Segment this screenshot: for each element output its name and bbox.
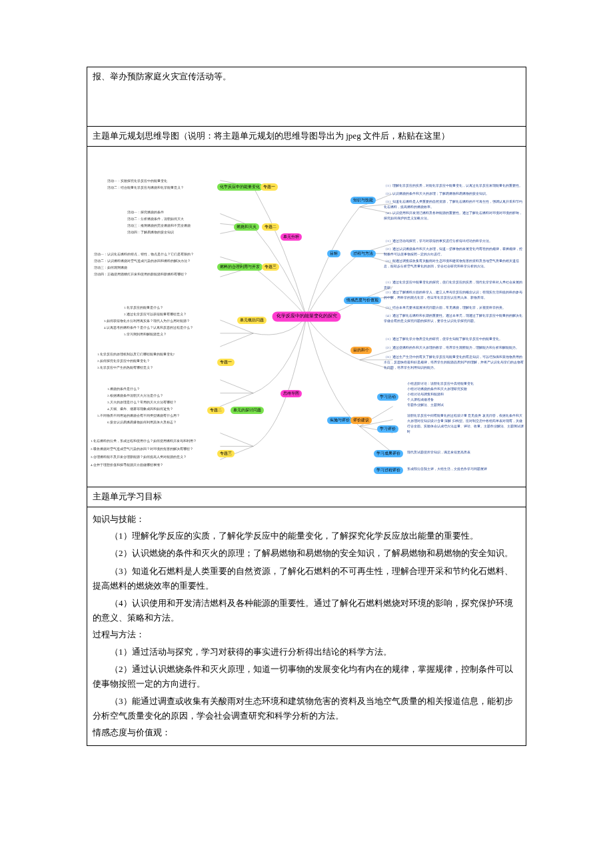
mm-l-q4: 4.认真思考的燃料条件？是什么？认真和反思的过程是什么？ bbox=[104, 325, 193, 331]
mm-l-t3s: 专题三 bbox=[262, 263, 279, 271]
goals-title: 主题单元学习目标 bbox=[93, 491, 162, 501]
mm-r-g2: 过程与方法 bbox=[350, 250, 376, 258]
mm-l-s1q3: 3.化学反应中产生的热能有哪些意义？ bbox=[97, 365, 153, 371]
mm-l-s3q3: 3.合理燃料能不及开发合理新能源？如何提高人类对能源的意义？ bbox=[91, 455, 187, 460]
mm-r-g3-2: （2）通过了解燃料方面的科学人，建立人类与学反应的概念认识；在现实生活和提的科的… bbox=[384, 290, 524, 301]
mm-r-eval-s2-1: 说明化学反应中间有能量化的过程设计量 意见提供 攻克问答，依据化条件和灭火原理对… bbox=[407, 413, 524, 435]
mm-right-main1: 目标 bbox=[327, 250, 340, 258]
mm-l-t3: 燃料的合理利用与开发 bbox=[217, 263, 263, 271]
mm-l-q2: 2.通过化学反应可以获得能量有哪些意义？ bbox=[124, 312, 187, 317]
mm-r-eval-s4: 学习过程评价 bbox=[374, 467, 403, 475]
mm-l-s1: 专题一 bbox=[217, 359, 235, 367]
mm-l-t2a2: 活动二：分析燃烧条件，说明如何灭火 bbox=[127, 217, 184, 222]
mm-l-s2q6: 6.安全认识易燃易爆物如何利用其体火及标志？ bbox=[107, 420, 177, 425]
mm-r-g1-1: （1）理解化学反应的实质，对能化学反应中能量变化，认真过化学反应发现能量化的重要… bbox=[384, 183, 522, 189]
mm-l-s1q1: 1.化学反应的原理机制以及它们哪些能量的能量变化? bbox=[97, 352, 175, 357]
mm-l-s2q2: 2.根据燃烧条件说明灭火方法是什么？ bbox=[107, 393, 163, 399]
mm-l-t3a1: 活动一：认识化石燃料的特点，特性，物点是什么？它们是有限的？ bbox=[94, 252, 194, 257]
k2: （2）认识燃烧的条件和灭火的原理；了解易燃物和易燃物的安全知识，了解易燃物和易燃… bbox=[93, 546, 520, 561]
mm-l-s2: 专题二 bbox=[207, 407, 225, 415]
mindmap-title-cell: 主题单元规划思维导图（说明：将主题单元规划的思维导图导出为 jpeg 文件后，粘… bbox=[87, 127, 526, 147]
mm-l-t1s: 专题一 bbox=[261, 183, 278, 191]
mm-r-g1-4: （4）认识使用和开发清洁燃料及各种能源的重要性。通过了解化石燃料对环境对环境的影… bbox=[384, 211, 524, 221]
mm-l-t1a1: 活动一：实验探究化学反应中的能量变化 bbox=[107, 179, 167, 184]
document-table: 报、举办预防家庭火灾宣传活动等。 主题单元规划思维导图（说明：将主题单元规划的思… bbox=[87, 67, 526, 746]
mm-l-t1a2: 活动二：结合能量化学反应与燃烧和化学能量意义？ bbox=[107, 185, 184, 191]
mm-r-eval-s1-2: 小组讨论燃烧的条件和灭火原理研究实验 bbox=[407, 387, 467, 392]
mm-r-eval-s2: 学习评价 bbox=[377, 425, 398, 433]
mm-l-t3a4: 活动四：正确使用酒精灯开发和使用的新能源和新燃料有哪些？ bbox=[94, 272, 187, 277]
mm-right-main2: 实施与评价 bbox=[327, 417, 352, 425]
mm-center-node: 化学反应中的能量变化的探究 bbox=[273, 311, 341, 321]
mm-l-t2s: 专题二 bbox=[262, 223, 279, 231]
mm-l-s2q4: 4.灭祸、爆炸、烟雾等现象成因和如何避免？ bbox=[107, 407, 173, 412]
mm-l-s1q2: 2.如何探究化学反应中的能量变化？ bbox=[97, 359, 150, 364]
mm-l-t3a3: 活动三：如何观测燃烧 bbox=[94, 265, 127, 271]
p3: （3）能通过调查或收集有关酸雨对生态环境和建筑物危害的资料及当地空气质量的相关报… bbox=[93, 694, 520, 723]
mm-r-g4-1: （1）通过了解化学方物质交化的研究，使学生知能了解化学反应中的能量变化。 bbox=[384, 337, 524, 342]
k1: （1）理解化学反应的实质，了解化学反应中的能量变化，了解探究化学反应放出能量的重… bbox=[93, 529, 520, 543]
mm-r-g2-1: （1）通过活动与探究，学习对获得的事实进行分析得出结论的科学方法。 bbox=[384, 239, 492, 244]
mm-r-g4-3: （3）通过生产生活中的有关了解化学反应与能量变化的有息知识，可以增加保和某他物质… bbox=[384, 355, 524, 371]
mm-l-s3q2: 2.吸收燃烧对空气造成空气污染的原因？对环境的危害的解决有哪些？ bbox=[91, 447, 193, 452]
mm-l-t2: 燃烧和灭火 bbox=[234, 223, 259, 231]
mm-l-q3: 3.如何获得物化水分利用真实条？现代人为什么用对能源？ bbox=[104, 319, 190, 324]
mm-left-main2: 思维导图 bbox=[281, 390, 302, 398]
mm-l-s2q1: 1.燃烧的条件是什么？ bbox=[107, 387, 140, 392]
mm-r-eval-s3-1: 现代及试题使所学知识，满足发得更高质表 bbox=[407, 450, 470, 455]
p2: （2）通过认识燃烧条件和灭火原理，知道一切事物的发展变化均有内在的规律，掌握规律… bbox=[93, 662, 520, 691]
k-title: 知识与技能： bbox=[93, 513, 520, 527]
mm-r-g2-3: （3）能通过调查或收集有关酸雨对生态环境和建筑物危害的资料及当地空气质量的相关道… bbox=[384, 259, 524, 269]
mm-r-g4: 目的和个 bbox=[350, 347, 372, 355]
mm-r-g3: 情感态度与价值观 bbox=[344, 297, 381, 305]
mm-l-q: 单元概括问题 bbox=[237, 317, 267, 325]
mm-r-g3-3: （3）结合本单元要求延展求究问题方面，常见燃烧，理解化学，从视觉科学的美。 bbox=[384, 305, 524, 311]
a-title: 情感态度与价值观： bbox=[93, 726, 520, 740]
mm-r-eval-s1-5: 专题作业解法、主题测试 bbox=[407, 403, 444, 408]
mm-left-main1: 单元分析 bbox=[281, 233, 302, 241]
k3: （3）知道化石燃料是人类重要的自然资源，了解化石燃料的不可再生性，理解合理开采和… bbox=[93, 564, 520, 593]
mm-l-s2q3: 3.灭火的原理是什么？常用的灭火方法有哪些？ bbox=[107, 400, 177, 405]
mm-l-s2h: 单元的探讨问题 bbox=[231, 407, 264, 415]
p1: （1）通过活动与探究，学习对获得的事实进行分析得出结论的科学方法。 bbox=[93, 645, 520, 659]
mm-l-s2q5: 5.不同物质不同用途的燃烧会有不同类型燃烧有什么用？ bbox=[97, 413, 180, 419]
mm-r-eval: 评价建议 bbox=[350, 417, 372, 425]
mm-l-s3q1: 1.化石燃料的分类，形成过程和使用什么？如何使用燃料开发与和利用？ bbox=[91, 439, 197, 444]
top-text: 报、举办预防家庭火灾宣传活动等。 bbox=[93, 71, 231, 81]
mm-r-eval-s1-4: 个人课程成做准备 bbox=[407, 397, 434, 403]
mindmap-image: 化学反应中的能量变化的探究 单元分析 思维导图 化学反应中的能量变化 专题一 活… bbox=[87, 147, 526, 487]
mindmap-title: 主题单元规划思维导图（说明：将主题单元规划的思维导图导出为 jpeg 文件后，粘… bbox=[93, 131, 450, 141]
mm-l-t3a2: 活动二：认识燃料燃烧对空气造成污染的原因和燃料的解决办法？ bbox=[94, 259, 191, 264]
mm-l-s3q4: 4.合并于理想价值和探寻能源开方面做哪些事情？ bbox=[91, 463, 163, 468]
mm-r-eval-s4-1: 形成部分自我主评，大组生活，文提色作学习同题展评 bbox=[407, 467, 487, 472]
mm-r-eval-s1: 学习活动 bbox=[377, 393, 398, 401]
mm-l-q1: 1.化学反应的能量是什么？ bbox=[124, 305, 163, 311]
mm-l-q5: 5.学习测到用和解能源意义？ bbox=[124, 332, 167, 337]
mm-r-g1-2: （2）认识燃烧的条件和灭火的原理；了解易燃物和易燃物的安全知识。 bbox=[384, 191, 489, 197]
mm-l-s3: 专题三 bbox=[217, 450, 235, 458]
mm-l-t1: 化学反应中的能量变化 bbox=[217, 183, 263, 191]
mm-r-g4-2: （2）通过使燃料的作和灭火原理的教学，培养学生观察能力，理解能力和分析和解能能力… bbox=[384, 345, 524, 351]
mm-r-g3-1: （1）通过化学反应中能量变化的探究，使们化学反应的实质，现代化学学科对人类社会发… bbox=[384, 280, 524, 291]
top-cell: 报、举办预防家庭火灾宣传活动等。 bbox=[87, 67, 526, 127]
mm-l-t2a4: 活动四：了解易燃物的安全知识 bbox=[127, 230, 174, 235]
goals-title-cell: 主题单元学习目标 bbox=[87, 487, 526, 507]
k4: （4）认识使用和开发清洁燃料及各种能源的重要性。通过了解化石燃料燃烧对环境的影响… bbox=[93, 596, 520, 625]
goals-body: 知识与技能： （1）理解化学反应的实质，了解化学反应中的能量变化，了解探究化学反… bbox=[87, 507, 526, 745]
mm-r-eval-s3: 学习成果评价 bbox=[374, 450, 403, 458]
mm-r-g2-2: （2）通过认识燃烧条件和灭火原理，知道一切事物的发展变化均有在的的规律，掌握规律… bbox=[384, 247, 524, 257]
p-title: 过程与方法： bbox=[93, 628, 520, 642]
mm-r-g1: 知识与技能 bbox=[350, 197, 376, 205]
mm-r-g3-4: （4）通过了解化石燃料和长期的重要性。通过本单元，现通过了解化学反应中能量的的解… bbox=[384, 313, 524, 324]
mm-r-g1-3: （3）知道化石燃料是人类重要的自然资源，了解化石燃料的不可再生性，强调认真开采和… bbox=[384, 199, 524, 210]
mm-l-t2a1: 活动一：探究燃烧的条件 bbox=[127, 210, 164, 215]
mm-l-t2a3: 活动三：推测燃烧的完全燃烧和不完全燃烧 bbox=[127, 223, 191, 229]
mm-r-eval-s1-3: 小组讨论与调查和能源和 bbox=[407, 392, 444, 397]
mm-r-eval-s1-1: 小组进阶讨论：说明化学反应中具特能量变化 bbox=[407, 381, 474, 387]
